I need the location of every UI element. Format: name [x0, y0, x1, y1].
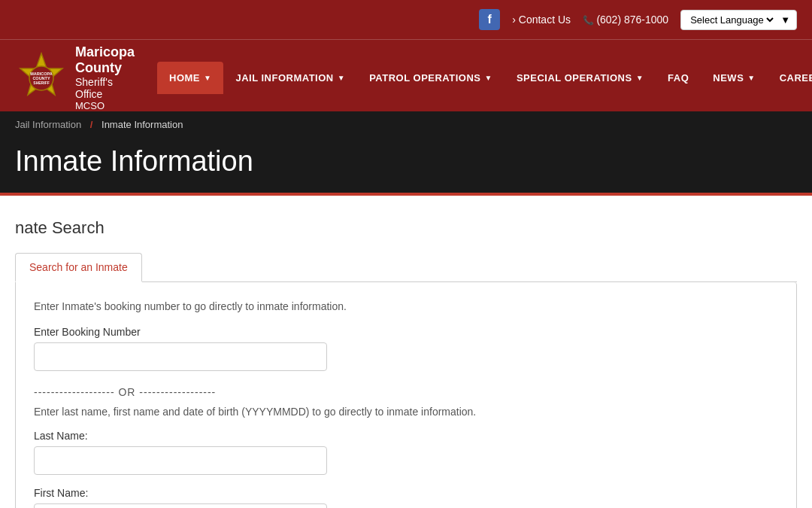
page-title-area: Inmate Information [0, 138, 812, 196]
or-divider: ------------------- OR -----------------… [34, 386, 778, 398]
booking-number-group: Enter Booking Number [34, 326, 778, 371]
nav-item-home[interactable]: HOME ▼ [157, 62, 223, 94]
booking-label: Enter Booking Number [34, 326, 778, 338]
org-title: Maricopa County [75, 44, 135, 76]
dropdown-arrow-icon: ▼ [485, 74, 492, 82]
nav-item-news[interactable]: NEWS ▼ [701, 62, 767, 94]
top-bar: f Contact Us (602) 876-1000 Select Langu… [0, 0, 812, 39]
nav-item-careers[interactable]: CAREERS ▼ [768, 62, 812, 94]
logo-area[interactable]: MARICOPA COUNTY SHERIFF Maricopa County … [15, 44, 135, 111]
first-name-group: First Name: [34, 487, 778, 508]
phone-number: (602) 876-1000 [583, 14, 668, 26]
search-form-card: Enter Inmate's booking number to go dire… [15, 282, 797, 508]
nav-item-special-operations[interactable]: SPECIAL OPERATIONS ▼ [504, 62, 656, 94]
first-name-label: First Name: [34, 487, 778, 499]
main-nav: HOME ▼ JAIL INFORMATION ▼ PATROL OPERATI… [157, 62, 812, 94]
org-name: Maricopa County Sheriff's Office MCSO [75, 44, 135, 111]
sheriff-badge: MARICOPA COUNTY SHERIFF [15, 52, 68, 105]
dropdown-arrow-icon: ▼ [636, 74, 644, 82]
booking-number-input[interactable] [34, 342, 327, 371]
page-title: Inmate Information [15, 145, 797, 178]
language-dropdown[interactable]: Select Language [687, 14, 776, 26]
dropdown-arrow-icon: ▼ [204, 74, 211, 82]
svg-text:SHERIFF: SHERIFF [33, 81, 49, 85]
org-acronym: MCSO [75, 100, 135, 111]
breadcrumb: Jail Information / Inmate Information [15, 119, 797, 130]
language-selector[interactable]: Select Language ▼ [680, 10, 797, 30]
dropdown-arrow-icon: ▼ [747, 74, 755, 82]
main-content: nate Search Search for an Inmate Enter I… [0, 196, 812, 508]
breadcrumb-current: Inmate Information [102, 119, 183, 130]
search-tabs: Search for an Inmate [15, 253, 797, 282]
tab-search-inmate[interactable]: Search for an Inmate [15, 253, 142, 282]
breadcrumb-parent-link[interactable]: Jail Information [15, 119, 81, 130]
first-name-input[interactable] [34, 503, 327, 508]
section-title: nate Search [15, 218, 797, 238]
nav-item-patrol-operations[interactable]: PATROL OPERATIONS ▼ [357, 62, 504, 94]
site-header: MARICOPA COUNTY SHERIFF Maricopa County … [0, 39, 812, 111]
last-name-input[interactable] [34, 446, 327, 475]
last-name-label: Last Name: [34, 430, 778, 442]
last-name-group: Last Name: [34, 430, 778, 475]
dropdown-arrow-icon: ▼ [338, 74, 345, 82]
breadcrumb-separator: / [90, 119, 93, 130]
contact-us-link[interactable]: Contact Us [512, 14, 571, 26]
booking-description: Enter Inmate's booking number to go dire… [34, 300, 778, 312]
dropdown-arrow-icon: ▼ [780, 14, 790, 26]
name-description: Enter last name, first name and date of … [34, 406, 778, 418]
nav-item-jail-information[interactable]: JAIL INFORMATION ▼ [223, 62, 357, 94]
facebook-icon[interactable]: f [479, 9, 500, 30]
nav-item-faq[interactable]: FAQ [656, 62, 701, 94]
breadcrumb-bar: Jail Information / Inmate Information [0, 111, 812, 138]
org-subtitle: Sheriff's Office [75, 76, 135, 100]
